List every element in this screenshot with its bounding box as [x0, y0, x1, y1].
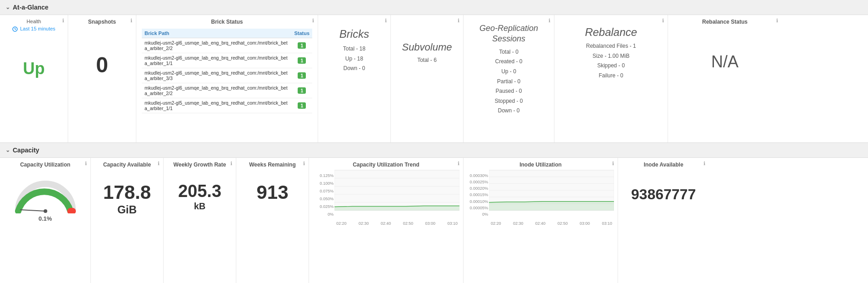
- rebalance-status-value: N/A: [673, 52, 776, 71]
- bricks-total: Total - 18: [324, 44, 385, 54]
- snapshots-panel: ℹ Snapshots 0: [68, 15, 136, 142]
- brick-status-col-header: Status: [291, 29, 312, 38]
- geo-stopped: Stopped - 0: [469, 96, 549, 106]
- weeks-value: 913: [242, 182, 303, 203]
- brick-status-label: Brick Status: [142, 19, 312, 25]
- cap-trend-panel: ℹ Capacity Utilization Trend 0.125% 0.10…: [309, 158, 464, 283]
- svg-line-2: [15, 29, 16, 30]
- cap-avail-info-icon[interactable]: ℹ: [158, 161, 160, 167]
- brick-status-info-icon[interactable]: ℹ: [312, 18, 314, 24]
- brick-status-cell: 1: [291, 98, 312, 113]
- cap-util-title: Capacity Utilization: [5, 162, 85, 168]
- cap-trend-chart: [334, 170, 459, 220]
- brick-status-cell: 1: [291, 68, 312, 83]
- status-badge: 1: [298, 87, 306, 94]
- geo-down: Down - 0: [469, 106, 549, 116]
- cap-util-info-icon[interactable]: ℹ: [85, 161, 87, 167]
- geo-replication-panel: ℹ Geo-Replication Sessions Total - 0 Cre…: [464, 15, 554, 142]
- inode-avail-title: Inode Available: [624, 162, 703, 168]
- cap-trend-info-icon[interactable]: ℹ: [458, 161, 459, 167]
- rebalance-size: Size - 1.00 MiB: [560, 51, 662, 61]
- table-row: mkudlej-usm2-gl6_usmqe_lab_eng_brq_redha…: [142, 38, 312, 53]
- rebalance-status-info-icon[interactable]: ℹ: [776, 18, 778, 24]
- health-status: Up: [5, 59, 62, 78]
- rebalance-info-icon[interactable]: ℹ: [662, 18, 664, 24]
- status-badge: 1: [298, 57, 306, 64]
- snapshots-count: 0: [74, 52, 130, 77]
- brick-status-cell: 1: [291, 83, 312, 98]
- bricks-up: Up - 18: [324, 54, 385, 64]
- inode-util-chart: [489, 170, 614, 220]
- geo-title: Geo-Replication Sessions: [469, 23, 549, 45]
- gauge-container: [14, 177, 77, 213]
- geo-partial: Partial - 0: [469, 77, 549, 87]
- weekly-growth-panel: ℹ Weekly Growth Rate 205.3 kB: [164, 158, 236, 283]
- at-a-glance-chevron[interactable]: ⌄: [5, 4, 10, 10]
- table-row: mkudlej-usm2-gl6_usmqe_lab_eng_brq_redha…: [142, 53, 312, 68]
- svg-marker-12: [334, 206, 459, 211]
- growth-title: Weekly Growth Rate: [169, 162, 230, 168]
- bricks-down: Down - 0: [324, 64, 385, 74]
- health-info-icon[interactable]: ℹ: [62, 18, 64, 24]
- geo-created: Created - 0: [469, 57, 549, 67]
- brick-status-cell: 1: [291, 38, 312, 53]
- health-time-label[interactable]: Last 15 minutes: [12, 26, 55, 32]
- subvolume-panel: ℹ Subvolume Total - 6: [391, 15, 464, 142]
- cap-trend-y-labels: 0.125% 0.100% 0.075% 0.050% 0.025% 0%: [313, 170, 334, 226]
- bricks-title: Bricks: [324, 28, 385, 40]
- snapshots-info-icon[interactable]: ℹ: [130, 18, 132, 24]
- capacity-title: Capacity: [13, 147, 39, 154]
- inode-util-title: Inode Utilization: [467, 162, 614, 168]
- cap-trend-x-labels: 02:20 02:30 02:40 02:50 03:00 03:10: [334, 221, 459, 226]
- subvolume-info-icon[interactable]: ℹ: [458, 18, 459, 24]
- brick-status-cell: 1: [291, 53, 312, 68]
- table-row: mkudlej-usm2-gl6_usmqe_lab_eng_brq_redha…: [142, 83, 312, 98]
- rebalance-status-panel: ℹ Rebalance Status N/A: [668, 15, 782, 142]
- brick-path-cell: mkudlej-usm2-gl6_usmqe_lab_eng_brq_redha…: [142, 68, 291, 83]
- health-panel: ℹ Health Last 15 minutes Up: [0, 15, 68, 142]
- bricks-info-icon[interactable]: ℹ: [385, 18, 387, 24]
- table-row: mkudlej-usm2-gl5_usmqe_lab_eng_brq_redha…: [142, 98, 312, 113]
- weeks-remaining-panel: ℹ Weeks Remaining 913: [236, 158, 309, 283]
- inode-avail-info-icon[interactable]: ℹ: [703, 161, 705, 167]
- inode-available-panel: ℹ Inode Available 93867777: [618, 158, 709, 283]
- inode-util-x-labels: 02:20 02:30 02:40 02:50 03:00 03:10: [489, 221, 614, 226]
- capacity-utilization-panel: ℹ Capacity Utilization 0.1%: [0, 158, 91, 283]
- weeks-info-icon[interactable]: ℹ: [303, 161, 305, 167]
- cap-trend-title: Capacity Utilization Trend: [313, 162, 459, 168]
- inode-util-info-icon[interactable]: ℹ: [612, 161, 614, 167]
- geo-total: Total - 0: [469, 47, 549, 57]
- rebalance-files: Rebalanced Files - 1: [560, 41, 662, 51]
- inode-util-y-labels: 0.00030% 0.00025% 0.00020% 0.00015% 0.00…: [467, 170, 489, 226]
- status-badge: 1: [298, 72, 306, 79]
- table-row: mkudlej-usm2-gl6_usmqe_lab_eng_brq_redha…: [142, 68, 312, 83]
- cap-util-percent: 0.1%: [5, 215, 85, 222]
- at-a-glance-header: ⌄ At-a-Glance: [0, 0, 868, 15]
- at-a-glance-title: At-a-Glance: [13, 4, 49, 11]
- subvolume-title: Subvolume: [396, 41, 458, 53]
- growth-info-icon[interactable]: ℹ: [230, 161, 232, 167]
- at-a-glance-grid: ℹ Health Last 15 minutes Up ℹ Snapshots …: [0, 15, 868, 143]
- svg-marker-21: [489, 202, 614, 211]
- geo-info-icon[interactable]: ℹ: [549, 18, 550, 24]
- rebalance-failure: Failure - 0: [560, 71, 662, 81]
- subvolume-total: Total - 6: [396, 57, 458, 63]
- health-time-text: Last 15 minutes: [20, 26, 55, 31]
- health-label: Health: [27, 19, 41, 24]
- svg-rect-5: [334, 170, 459, 210]
- capacity-grid: ℹ Capacity Utilization 0.1% ℹ Capacity A…: [0, 158, 868, 283]
- brick-path-cell: mkudlej-usm2-gl6_usmqe_lab_eng_brq_redha…: [142, 53, 291, 68]
- status-badge: 1: [298, 102, 306, 109]
- cap-avail-unit: GiB: [96, 203, 158, 216]
- rebalance-panel: ℹ Rebalance Rebalanced Files - 1 Size - …: [554, 15, 668, 142]
- cap-avail-value: 178.8: [96, 182, 158, 203]
- brick-table: Brick Path Status mkudlej-usm2-gl6_usmqe…: [142, 29, 312, 113]
- weeks-title: Weeks Remaining: [242, 162, 303, 168]
- inode-avail-value: 93867777: [624, 186, 703, 203]
- rebalance-skipped: Skipped - 0: [560, 61, 662, 71]
- rebalance-status-title: Rebalance Status: [673, 19, 776, 25]
- geo-paused: Paused - 0: [469, 86, 549, 96]
- capacity-chevron[interactable]: ⌄: [5, 147, 10, 153]
- cap-avail-title: Capacity Available: [96, 162, 158, 168]
- brick-path-col-header: Brick Path: [142, 29, 291, 38]
